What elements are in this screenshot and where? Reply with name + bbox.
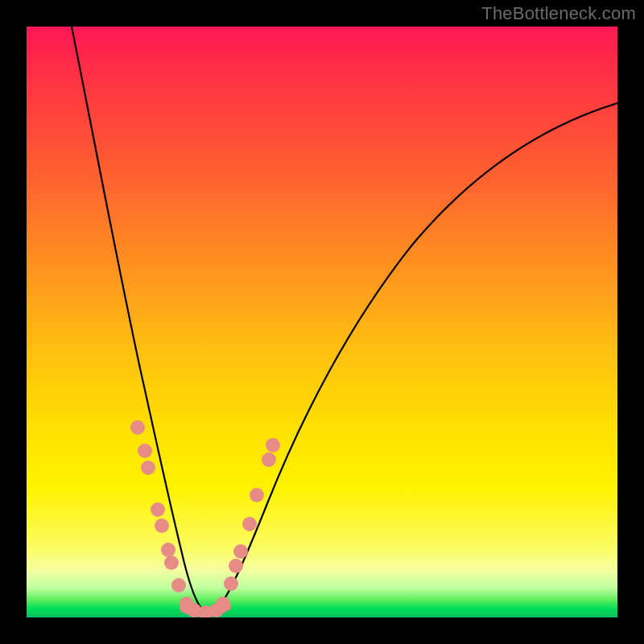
data-dot <box>141 460 155 475</box>
data-dot <box>151 502 165 517</box>
plot-area <box>27 27 617 617</box>
data-dot <box>130 420 145 435</box>
left-curve <box>71 27 202 609</box>
data-dot <box>233 544 248 559</box>
data-dot <box>138 444 152 458</box>
data-dot <box>224 576 238 591</box>
data-dot <box>216 597 230 611</box>
watermark-text: TheBottleneck.com <box>481 3 636 24</box>
chart-container: TheBottleneck.com <box>0 0 644 644</box>
curve-layer <box>27 27 617 617</box>
data-dot <box>262 452 276 467</box>
data-dot <box>250 488 264 502</box>
right-curve <box>217 102 617 609</box>
data-dot <box>171 578 186 592</box>
dot-group-bottom <box>180 597 230 617</box>
data-dot <box>242 517 257 531</box>
data-dot <box>266 438 280 452</box>
data-dot <box>164 555 179 570</box>
data-dot <box>229 559 243 573</box>
dot-group-right <box>224 438 280 591</box>
data-dot <box>155 518 169 533</box>
data-dot <box>161 543 175 557</box>
